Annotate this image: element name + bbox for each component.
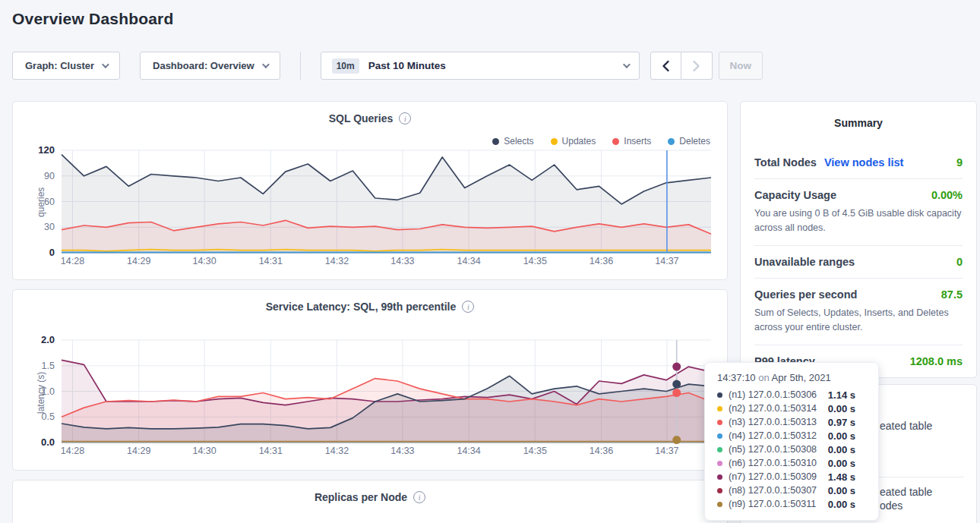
- summary-label: Queries per second: [754, 288, 857, 301]
- tooltip-row-n5: (n5) 127.0.0.1:503080.00 s: [717, 443, 866, 456]
- node-address: (n1) 127.0.0.1:50306: [729, 389, 817, 400]
- graph-scope-dropdown[interactable]: Graph: Cluster: [12, 52, 120, 80]
- svg-text:14:33: 14:33: [390, 256, 414, 266]
- series-dot: [717, 474, 722, 480]
- summary-description: Sum of Selects, Updates, Inserts, and De…: [754, 306, 963, 335]
- node-address: (n7) 127.0.0.1:50309: [729, 471, 817, 482]
- svg-text:14:30: 14:30: [192, 446, 216, 456]
- svg-text:14:34: 14:34: [457, 256, 480, 266]
- series-dot: [717, 406, 722, 411]
- tooltip-row-n6: (n6) 127.0.0.1:503100.00 s: [717, 456, 866, 470]
- event-text-fragment[interactable]: odes: [880, 499, 903, 512]
- divider: [300, 52, 301, 80]
- node-latency-value: 0.00 s: [828, 403, 855, 414]
- tooltip-timestamp: 14:37:10 on Apr 5th, 2021: [717, 372, 866, 383]
- svg-text:14:28: 14:28: [61, 446, 84, 456]
- series-dot: [717, 392, 722, 398]
- time-back-button[interactable]: [650, 52, 681, 80]
- tooltip-row-n2: (n2) 127.0.0.1:503140.00 s: [717, 402, 866, 415]
- node-address: (n2) 127.0.0.1:50314: [729, 403, 817, 414]
- svg-text:1.5: 1.5: [42, 361, 55, 371]
- legend-item-inserts[interactable]: Inserts: [612, 136, 651, 147]
- svg-text:30: 30: [44, 222, 55, 232]
- node-latency-value: 0.00 s: [828, 444, 855, 455]
- summary-row-capacity-usage: Capacity Usage 0.00% You are using 0 B o…: [754, 178, 963, 245]
- time-range-label: Past 10 Minutes: [368, 60, 446, 71]
- svg-text:14:29: 14:29: [127, 446, 150, 456]
- series-dot: [717, 447, 722, 452]
- tooltip-on: on: [758, 372, 769, 383]
- node-address: (n9) 127.0.0.1:50311: [729, 499, 816, 509]
- service-latency-chart[interactable]: 14:2814:2914:3014:3114:3214:3314:3414:35…: [13, 336, 729, 463]
- legend-item-updates[interactable]: Updates: [551, 136, 596, 147]
- tooltip-row-n7: (n7) 127.0.0.1:503091.48 s: [717, 470, 866, 484]
- legend-item-selects[interactable]: Selects: [492, 136, 533, 147]
- legend-label: Inserts: [624, 136, 651, 147]
- event-text-fragment[interactable]: eated table: [880, 486, 932, 498]
- info-icon[interactable]: i: [399, 112, 411, 124]
- svg-text:14:30: 14:30: [192, 256, 216, 266]
- view-nodes-list-link[interactable]: View nodes list: [824, 156, 904, 169]
- svg-text:2.0: 2.0: [41, 336, 55, 345]
- tooltip-row-n4: (n4) 127.0.0.1:503120.00 s: [717, 429, 866, 443]
- page-title: Overview Dashboard: [12, 10, 174, 28]
- replicas-per-node-chart-card: Replicas per Node i: [12, 480, 728, 523]
- tooltip-time: 14:37:10: [717, 372, 756, 383]
- summary-value: 9: [956, 156, 963, 169]
- legend-dot: [492, 138, 499, 145]
- node-address: (n4) 127.0.0.1:50312: [729, 430, 817, 441]
- svg-text:14:37: 14:37: [655, 446, 678, 456]
- chart-legend: Selects Updates Inserts Deletes: [492, 136, 710, 147]
- graph-scope-label: Graph: Cluster: [25, 60, 94, 71]
- event-text-fragment[interactable]: eated table: [880, 420, 932, 432]
- chart-title: Service Latency: SQL, 99th percentile: [266, 301, 457, 313]
- info-icon[interactable]: i: [413, 491, 425, 503]
- svg-text:14:36: 14:36: [590, 446, 613, 456]
- chart-header: SQL Queries i: [13, 112, 727, 124]
- chevron-down-icon: [262, 61, 270, 68]
- info-icon[interactable]: i: [462, 301, 474, 313]
- svg-text:14:34: 14:34: [457, 446, 480, 456]
- svg-text:14:33: 14:33: [390, 446, 414, 456]
- legend-item-deletes[interactable]: Deletes: [668, 136, 710, 147]
- now-button[interactable]: Now: [719, 52, 763, 80]
- summary-value: 87.5: [941, 288, 963, 301]
- sql-queries-chart[interactable]: 14:2814:2914:3014:3114:3214:3314:3414:35…: [13, 146, 729, 275]
- summary-title: Summary: [741, 117, 976, 129]
- svg-text:60: 60: [44, 197, 55, 207]
- node-latency-value: 0.00 s: [828, 458, 855, 469]
- svg-text:0.0: 0.0: [41, 436, 55, 448]
- dashboard-controls: Graph: Cluster Dashboard: Overview 10m P…: [12, 52, 763, 80]
- tooltip-row-n3: (n3) 127.0.0.1:503130.97 s: [717, 415, 866, 429]
- chart-title: Replicas per Node: [315, 491, 407, 503]
- overview-dashboard-page: Overview Dashboard Graph: Cluster Dashbo…: [0, 0, 980, 523]
- tooltip-row-n1: (n1) 127.0.0.1:503061.14 s: [717, 388, 866, 402]
- svg-text:14:35: 14:35: [523, 256, 547, 266]
- summary-row-unavailable-ranges: Unavailable ranges 0: [754, 245, 963, 278]
- summary-row-queries-per-second: Queries per second 87.5 Sum of Selects, …: [754, 278, 963, 345]
- node-latency-value: 1.48 s: [828, 471, 855, 483]
- service-latency-chart-card: Service Latency: SQL, 99th percentile i …: [12, 289, 728, 471]
- time-pager: [650, 52, 713, 80]
- svg-text:90: 90: [44, 171, 55, 181]
- chart-header: Replicas per Node i: [13, 491, 727, 503]
- series-dot: [717, 433, 722, 439]
- chevron-right-icon: [691, 60, 701, 72]
- node-latency-value: 0.00 s: [828, 430, 855, 442]
- chevron-down-icon: [623, 61, 631, 68]
- svg-text:14:29: 14:29: [127, 256, 150, 266]
- legend-label: Deletes: [679, 136, 710, 147]
- dashboard-select-dropdown[interactable]: Dashboard: Overview: [140, 52, 280, 80]
- summary-label: Total Nodes: [754, 156, 817, 169]
- summary-row-total-nodes: Total Nodes View nodes list 9: [754, 144, 963, 178]
- legend-label: Selects: [504, 136, 533, 147]
- time-forward-button[interactable]: [681, 52, 713, 80]
- svg-text:120: 120: [38, 146, 55, 156]
- summary-value: 0.00%: [931, 189, 963, 201]
- tooltip-row-n9: (n9) 127.0.0.1:503110.00 s: [717, 497, 866, 511]
- svg-text:14:31: 14:31: [259, 256, 283, 266]
- dashboard-select-label: Dashboard: Overview: [153, 60, 254, 71]
- chevron-left-icon: [661, 60, 671, 72]
- series-dot: [717, 420, 722, 425]
- time-range-picker[interactable]: 10m Past 10 Minutes: [321, 52, 640, 80]
